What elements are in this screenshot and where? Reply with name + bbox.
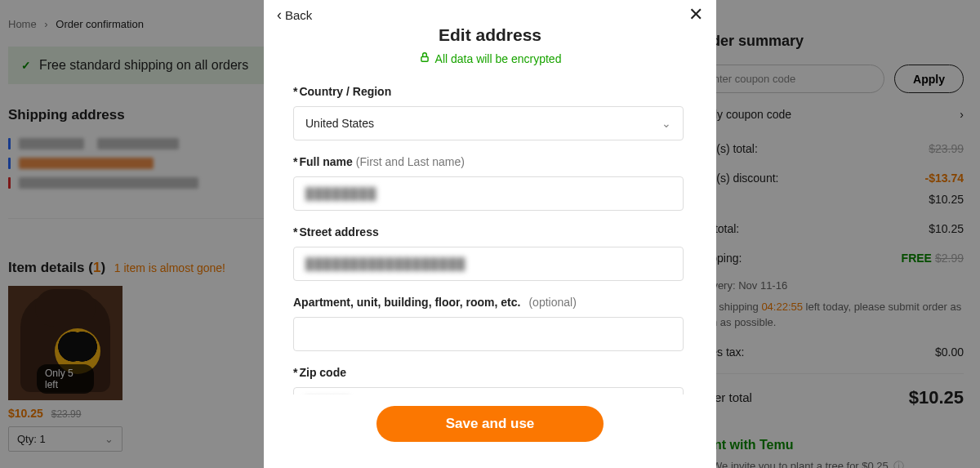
modal-back-button[interactable]: ‹ Back [277, 7, 312, 24]
address-form: *Country / Region United States ⌄ *Full … [264, 65, 713, 394]
apartment-input[interactable] [293, 317, 684, 351]
lock-icon [419, 51, 430, 65]
svg-rect-0 [421, 56, 427, 61]
country-select[interactable]: United States ⌄ [293, 106, 684, 140]
chevron-down-icon: ⌄ [662, 117, 671, 130]
close-icon[interactable]: ✕ [688, 6, 703, 24]
zip-code-input[interactable]: █████ [293, 387, 684, 394]
save-and-use-button[interactable]: Save and use [376, 406, 604, 442]
chevron-left-icon: ‹ [277, 7, 282, 24]
full-name-input[interactable]: ████████ [293, 176, 684, 211]
edit-address-modal: ‹ Back ✕ Edit address All data will be e… [264, 0, 716, 468]
encryption-notice: All data will be encrypted [264, 51, 716, 65]
street-address-input[interactable]: ██████████████████ [293, 247, 684, 281]
modal-title: Edit address [264, 25, 716, 45]
